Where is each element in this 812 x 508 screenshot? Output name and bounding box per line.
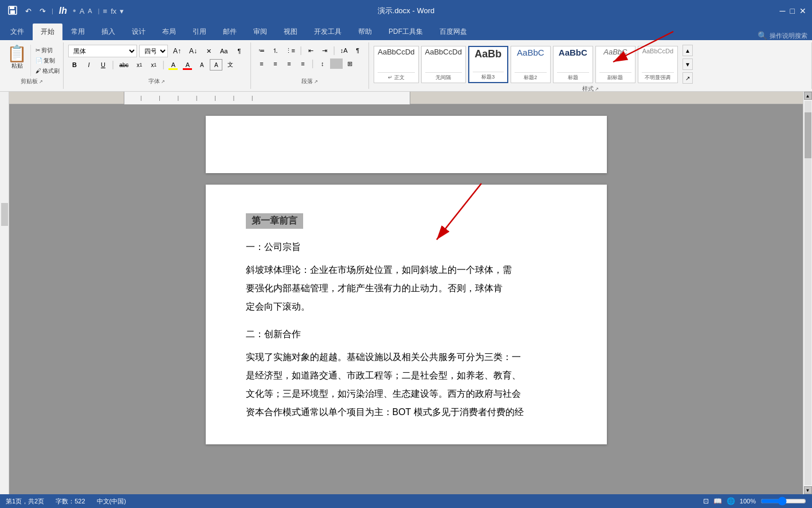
doc-scroll-area[interactable]: | | | | | | | 第一章前言 一： xyxy=(9,92,803,494)
undo-button[interactable]: ↶ xyxy=(23,6,34,17)
highlight-icon: A xyxy=(171,61,175,68)
decrease-indent-button[interactable]: ⇤ xyxy=(304,45,317,56)
char-shading-button[interactable]: A xyxy=(195,59,208,71)
styles-scroll-up[interactable]: ▲ xyxy=(682,45,693,56)
strikethrough-button[interactable]: abc xyxy=(116,59,131,71)
font-row1: 黑体 四号 A↑ A↓ ✕ Aa ¶ xyxy=(68,45,246,57)
sep-font2: | xyxy=(162,60,164,70)
tab-view[interactable]: 视图 xyxy=(276,24,305,40)
shrink-font-button[interactable]: A↓ xyxy=(186,45,200,57)
font-color-bar xyxy=(183,68,192,70)
phonetic-guide-button[interactable]: 文 xyxy=(224,59,237,71)
sep-font: | xyxy=(112,60,114,70)
font-size-btn2[interactable]: A xyxy=(88,7,92,14)
tab-layout[interactable]: 布局 xyxy=(154,24,184,40)
underline-button[interactable]: U xyxy=(97,59,109,71)
tab-pdf[interactable]: PDF工具集 xyxy=(380,24,431,40)
right-scrollbar[interactable]: ▲ ▼ xyxy=(803,92,812,494)
line-spacing-button[interactable]: ↕ xyxy=(316,58,329,69)
cut-button[interactable]: ✂ 剪切 xyxy=(36,46,60,54)
tab-developer[interactable]: 开发工具 xyxy=(306,24,350,40)
read-mode-button[interactable]: 📖 xyxy=(713,497,722,505)
style-subtitle[interactable]: AaBbC 副标题 xyxy=(595,46,636,83)
style-subtle-label: 不明显强调 xyxy=(642,72,674,81)
char-border-button[interactable]: A xyxy=(210,59,222,71)
numbering-button[interactable]: ⒈ xyxy=(269,45,282,56)
style-no-spacing[interactable]: AaBbCcDd 无间隔 xyxy=(421,46,466,83)
style-normal[interactable]: AaBbCcDd ↵ 正文 xyxy=(374,46,418,83)
clipboard-expand-icon[interactable]: ↗ xyxy=(39,79,43,84)
page-2[interactable]: 第一章前言 一：公司宗旨 斜坡球体理论：企业在市场所处位置，如同斜坡上的一个球体… xyxy=(206,185,607,444)
font-color-button[interactable]: A xyxy=(181,59,194,71)
multilevel-button[interactable]: ⋮≡ xyxy=(283,45,297,56)
subscript-button[interactable]: x1 xyxy=(133,59,146,71)
align-center-button[interactable]: ≡ xyxy=(269,58,282,69)
tab-home[interactable]: 开始 xyxy=(33,24,62,40)
font-expand-icon[interactable]: ↗ xyxy=(161,79,165,84)
tab-mailings[interactable]: 邮件 xyxy=(215,24,245,40)
restore-button[interactable]: □ xyxy=(790,6,795,15)
highlight-color-button[interactable]: A xyxy=(167,59,179,71)
tab-help[interactable]: 帮助 xyxy=(350,24,380,40)
language: 中文(中国) xyxy=(97,497,126,506)
redo-button[interactable]: ↷ xyxy=(37,6,48,17)
grow-font-button[interactable]: A↑ xyxy=(170,45,184,57)
clear-format-button[interactable]: ✕ xyxy=(202,45,215,57)
copy-button[interactable]: 📄 复制 xyxy=(36,57,60,65)
font-size-select[interactable]: 四号 xyxy=(139,45,168,57)
align-right-button[interactable]: ≡ xyxy=(283,58,296,69)
web-layout-button[interactable]: 🌐 xyxy=(727,497,735,505)
title-bar: ↶ ↷ | Ih • A A | ≡ fx ▾ 演示.docx - Word ─… xyxy=(0,0,812,22)
sort-button[interactable]: ↕A xyxy=(338,45,350,56)
save-button[interactable] xyxy=(6,5,19,18)
scroll-up-button[interactable]: ▲ xyxy=(804,92,812,100)
borders-button[interactable]: ⊞ xyxy=(344,58,356,69)
align-left-button[interactable]: ≡ xyxy=(256,58,268,69)
style-heading2[interactable]: AaBbC 标题2 xyxy=(511,46,551,83)
tab-references[interactable]: 引用 xyxy=(185,24,214,40)
tab-file[interactable]: 文件 xyxy=(2,24,32,40)
style-heading3-preview: AaBb xyxy=(474,48,501,60)
tab-insert[interactable]: 插入 xyxy=(93,24,123,40)
clipboard-actions: ✂ 剪切 📄 复制 🖌 格式刷 xyxy=(36,45,60,76)
scroll-thumb[interactable] xyxy=(805,112,811,158)
show-marks-button[interactable]: ¶ xyxy=(351,45,364,56)
show-formatting-button[interactable]: ¶ xyxy=(233,45,246,57)
more-btn[interactable]: ▾ xyxy=(120,7,124,15)
zoom-slider[interactable] xyxy=(760,497,806,506)
paste-button[interactable]: 📋 粘贴 xyxy=(3,45,31,76)
section2-text2: 是经济型，如道路交通、市政工程等；二是社会型，如养老、教育、 xyxy=(246,366,567,385)
styles-expand[interactable]: ↗ xyxy=(682,72,693,84)
ruler-content: | | | | | | | xyxy=(124,92,410,104)
tab-common[interactable]: 常用 xyxy=(63,24,93,40)
style-heading1[interactable]: AaBbC 标题 xyxy=(553,46,593,83)
word-count: 字数：522 xyxy=(56,497,85,506)
print-layout-button[interactable]: ⊡ xyxy=(703,497,709,505)
scroll-down-button[interactable]: ▼ xyxy=(804,486,812,494)
format-painter-button[interactable]: 🖌 格式刷 xyxy=(36,67,60,75)
tab-design[interactable]: 设计 xyxy=(124,24,154,40)
minimize-button[interactable]: ─ xyxy=(780,6,786,15)
shading-button[interactable] xyxy=(330,58,343,69)
italic-button[interactable]: I xyxy=(83,59,95,71)
increase-indent-button[interactable]: ⇥ xyxy=(318,45,331,56)
tab-review[interactable]: 审阅 xyxy=(245,24,275,40)
change-case-button[interactable]: Aa xyxy=(217,45,230,57)
style-heading3[interactable]: AaBb 标题3 xyxy=(468,46,508,83)
styles-expand-icon[interactable]: ↗ xyxy=(595,87,599,92)
styles-scroll-down[interactable]: ▼ xyxy=(682,58,693,70)
font-size-btn[interactable]: A xyxy=(80,7,85,15)
close-button[interactable]: ✕ xyxy=(799,6,806,15)
format-icon[interactable]: ≡ xyxy=(103,7,108,15)
justify-button[interactable]: ≡ xyxy=(297,58,309,69)
clipboard-content: 📋 粘贴 ✂ 剪切 📄 复制 🖌 格式刷 xyxy=(3,45,60,76)
tab-baidu[interactable]: 百度网盘 xyxy=(432,24,475,40)
superscript-button[interactable]: x1 xyxy=(147,59,160,71)
paragraph-expand-icon[interactable]: ↗ xyxy=(314,79,318,84)
zoom-level: 100% xyxy=(740,498,756,505)
bullets-button[interactable]: ≔ xyxy=(256,45,268,56)
bold-button[interactable]: B xyxy=(68,59,81,71)
style-subtle-emphasis[interactable]: AaBbCcDd 不明显强调 xyxy=(638,46,678,83)
font-name-select[interactable]: 黑体 xyxy=(68,45,137,57)
formula-icon[interactable]: fx xyxy=(111,7,116,15)
